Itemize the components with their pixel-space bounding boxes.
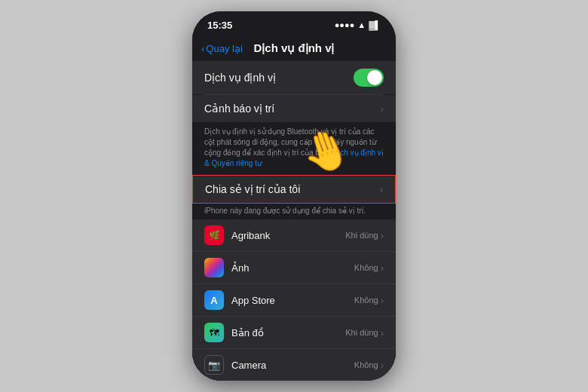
page-title: Dịch vụ định vị — [253, 41, 334, 55]
app-name-anh: Ảnh — [231, 262, 354, 274]
app-name-appstore: App Store — [231, 295, 354, 306]
location-alert-row[interactable]: Cảnh báo vị trí › — [192, 95, 396, 122]
location-toggle[interactable] — [354, 69, 384, 87]
app-icon-photos — [204, 258, 224, 277]
wifi-icon: ▲ — [357, 20, 366, 29]
chevron-agribank-icon: › — [381, 230, 384, 241]
app-status-camera: Không — [354, 360, 378, 369]
status-bar: 15:35 ●●●● ▲ ▓▌ — [192, 11, 396, 38]
app-row-appstore[interactable]: A App Store Không › — [192, 284, 396, 317]
location-alert-label: Cảnh báo vị trí — [204, 103, 274, 115]
phone-frame: 15:35 ●●●● ▲ ▓▌ ‹ Quay lại Dịch vụ định … — [192, 11, 396, 381]
app-status-agribank: Khi dùng — [345, 231, 378, 240]
app-status-banddo: Khi dùng — [345, 328, 378, 337]
nav-bar: ‹ Quay lại Dịch vụ định vị — [192, 38, 396, 61]
chevron-banddo-icon: › — [381, 327, 384, 338]
location-service-row[interactable]: Dịch vụ định vị — [192, 61, 396, 94]
app-icon-appstore: A — [204, 290, 224, 310]
chevron-camera-icon: › — [381, 360, 384, 371]
app-row-anh[interactable]: Ảnh Không › — [192, 252, 396, 284]
battery-icon: ▓▌ — [369, 20, 381, 29]
app-name-agribank: Agribank — [231, 230, 345, 241]
info-text-block: Dịch vụ định vị sử dụng Bluetooth và vị … — [192, 122, 396, 175]
chevron-back-icon: ‹ — [201, 43, 204, 54]
app-name-camera: Camera — [231, 360, 354, 371]
app-icon-camera: 📷 — [204, 355, 224, 375]
signal-icon: ●●●● — [335, 20, 355, 29]
back-label: Quay lại — [206, 43, 242, 54]
apps-list: 🌿 Agribank Khi dùng › Ảnh Không › A App … — [192, 219, 396, 381]
app-row-camera[interactable]: 📷 Camera Không › — [192, 349, 396, 381]
chevron-right-icon: › — [381, 103, 384, 115]
back-button[interactable]: ‹ Quay lại — [201, 43, 243, 54]
location-service-label: Dịch vụ định vị — [204, 72, 276, 84]
app-icon-agribank: 🌿 — [204, 225, 224, 245]
chevron-anh-icon: › — [381, 262, 384, 274]
app-name-banddo: Bản đồ — [231, 327, 345, 338]
share-location-row[interactable]: Chia sẻ vị trí của tôi › — [192, 175, 396, 204]
content: Dịch vụ định vị Cảnh báo vị trí › Dịch v… — [192, 61, 396, 381]
chevron-appstore-icon: › — [381, 295, 384, 306]
app-status-appstore: Không — [354, 296, 378, 305]
chevron-right-share-icon: › — [380, 184, 383, 195]
app-status-anh: Không — [354, 263, 378, 272]
app-row-banddo[interactable]: 🗺 Bản đồ Khi dùng › — [192, 317, 396, 349]
app-row-agribank[interactable]: 🌿 Agribank Khi dùng › — [192, 219, 396, 252]
status-icons: ●●●● ▲ ▓▌ — [335, 20, 381, 29]
share-location-label: Chia sẻ vị trí của tôi — [205, 183, 300, 195]
app-icon-maps: 🗺 — [204, 323, 224, 342]
status-time: 15:35 — [207, 20, 232, 31]
share-sub-info: iPhone này đang được sử dụng để chia sẻ … — [192, 204, 396, 219]
